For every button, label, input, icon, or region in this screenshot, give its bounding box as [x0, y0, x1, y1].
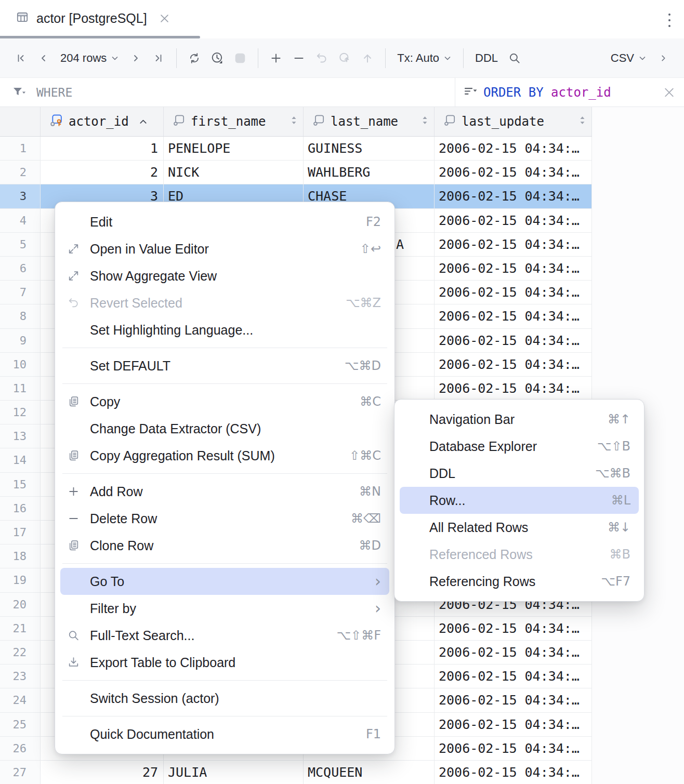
tx-mode-dropdown[interactable]: Tx: Auto	[392, 47, 457, 70]
row-number[interactable]: 7	[0, 281, 41, 304]
cell-first-name[interactable]: NICK	[164, 161, 304, 184]
cell-last-update[interactable]: 2006-02-15 04:34:…	[435, 329, 592, 353]
order-by-expression[interactable]: ORDER BY actor_id	[483, 85, 611, 100]
row-number[interactable]: 22	[0, 641, 41, 665]
cell-last-update[interactable]: 2006-02-15 04:34:…	[435, 353, 592, 377]
cell-last-update[interactable]: 2006-02-15 04:34:…	[435, 304, 592, 328]
cell-last-update[interactable]: 2006-02-15 04:34:…	[435, 617, 592, 641]
column-header-last-name[interactable]: last_name	[304, 107, 435, 136]
cell-last-update[interactable]: 2006-02-15 04:34:…	[435, 209, 592, 233]
cell-last-update[interactable]: 2006-02-15 04:34:…	[435, 665, 592, 688]
tab-actor-postgresql[interactable]: actor [PostgreSQL]	[0, 0, 168, 36]
column-header-first-name[interactable]: first_name	[164, 107, 304, 136]
close-icon[interactable]	[665, 88, 674, 97]
row-number[interactable]: 13	[0, 424, 41, 448]
sort-asc-icon[interactable]	[138, 117, 148, 127]
sort-updown-icon[interactable]	[578, 114, 586, 129]
menu-item-copy[interactable]: Copy⌘C	[60, 388, 389, 415]
cell-last-name[interactable]: MCQUEEN	[304, 761, 435, 784]
cell-last-update[interactable]: 2006-02-15 04:34:…	[435, 257, 592, 281]
menu-item-show-aggregate-view[interactable]: Show Aggregate View	[60, 262, 389, 289]
cell-last-update[interactable]: 2006-02-15 04:34:…	[435, 377, 592, 401]
menu-item-change-data-extractor-csv[interactable]: Change Data Extractor (CSV)	[60, 415, 389, 442]
cell-last-name[interactable]: WAHLBERG	[304, 161, 435, 184]
menu-item-edit[interactable]: EditF2	[60, 208, 389, 235]
menu-item-referencing-rows[interactable]: Referencing Rows⌥F7	[400, 568, 639, 595]
menu-item-copy-aggregation-result-sum[interactable]: Copy Aggregation Result (SUM)⇧⌘C	[60, 442, 389, 469]
menu-item-delete-row[interactable]: Delete Row⌘⌫	[60, 505, 389, 532]
column-header-actor-id[interactable]: actor_id	[41, 107, 164, 136]
row-number[interactable]: 10	[0, 353, 41, 377]
menu-item-ddl[interactable]: DDL⌥⌘B	[400, 460, 639, 487]
query-history-icon[interactable]	[206, 47, 229, 70]
cell-first-name[interactable]: PENELOPE	[164, 137, 304, 161]
row-number[interactable]: 6	[0, 257, 41, 281]
sort-updown-icon[interactable]	[421, 114, 429, 129]
row-number[interactable]: 27	[0, 761, 41, 784]
more-toolbar-chevron-icon[interactable]	[652, 47, 675, 70]
ddl-button[interactable]: DDL	[470, 51, 503, 65]
menu-item-database-explorer[interactable]: Database Explorer⌥⇧B	[400, 433, 639, 460]
cell-last-update[interactable]: 2006-02-15 04:34:…	[435, 161, 592, 184]
cell-actor-id[interactable]: 2	[41, 161, 164, 184]
menu-item-full-text-search[interactable]: Full-Text Search...⌥⇧⌘F	[60, 622, 389, 649]
order-by-area[interactable]: ORDER BY actor_id	[464, 78, 611, 107]
row-number[interactable]: 3	[0, 184, 41, 208]
row-number[interactable]: 12	[0, 401, 41, 424]
cell-last-update[interactable]: 2006-02-15 04:34:…	[435, 137, 592, 161]
row-number[interactable]: 2	[0, 161, 41, 184]
cell-last-update[interactable]: 2006-02-15 04:34:…	[435, 281, 592, 304]
menu-item-switch-session-actor[interactable]: Switch Session (actor)	[60, 685, 389, 712]
menu-item-quick-documentation[interactable]: Quick DocumentationF1	[60, 721, 389, 748]
sort-updown-icon[interactable]	[290, 114, 298, 129]
row-number[interactable]: 11	[0, 377, 41, 401]
menu-item-set-highlighting-language[interactable]: Set Highlighting Language...	[60, 316, 389, 343]
kebab-menu-icon[interactable]	[667, 12, 672, 30]
row-number[interactable]: 18	[0, 544, 41, 568]
menu-item-set-default[interactable]: Set DEFAULT⌥⌘D	[60, 352, 389, 379]
row-number[interactable]: 23	[0, 665, 41, 688]
row-number[interactable]: 19	[0, 568, 41, 592]
row-number[interactable]: 26	[0, 737, 41, 761]
extractor-dropdown[interactable]: CSV	[606, 47, 652, 70]
previous-page-button[interactable]	[32, 47, 55, 70]
row-number[interactable]: 25	[0, 713, 41, 737]
next-page-button[interactable]	[124, 47, 147, 70]
cell-last-update[interactable]: 2006-02-15 04:34:…	[435, 761, 592, 784]
delete-row-icon[interactable]	[287, 47, 310, 70]
menu-item-row[interactable]: Row...⌘L	[400, 487, 639, 514]
row-number[interactable]: 24	[0, 688, 41, 712]
refresh-icon[interactable]	[183, 47, 206, 70]
menu-item-clone-row[interactable]: Clone Row⌘D	[60, 532, 389, 559]
row-number[interactable]: 21	[0, 617, 41, 641]
cell-first-name[interactable]: JULIA	[164, 761, 304, 784]
cell-last-update[interactable]: 2006-02-15 04:34:…	[435, 713, 592, 737]
menu-item-all-related-rows[interactable]: All Related Rows⌘↓	[400, 514, 639, 541]
row-number[interactable]: 16	[0, 497, 41, 521]
where-filter-input[interactable]: WHERE	[36, 86, 72, 99]
menu-item-export-table-to-clipboard[interactable]: Export Table to Clipboard	[60, 649, 389, 676]
menu-item-filter-by[interactable]: Filter by›	[60, 595, 389, 622]
row-number[interactable]: 4	[0, 209, 41, 233]
cell-last-update[interactable]: 2006-02-15 04:34:…	[435, 688, 592, 712]
row-number[interactable]: 15	[0, 473, 41, 497]
filter-funnel-icon[interactable]	[12, 87, 26, 98]
row-number[interactable]: 1	[0, 137, 41, 161]
first-page-button[interactable]	[9, 47, 32, 70]
cell-last-update[interactable]: 2006-02-15 04:34:…	[435, 184, 592, 208]
row-number[interactable]: 20	[0, 593, 41, 617]
search-icon[interactable]	[503, 47, 526, 70]
page-size-dropdown[interactable]: 204 rows	[55, 47, 124, 70]
cell-actor-id[interactable]: 1	[41, 137, 164, 161]
column-header-last-update[interactable]: last_update	[435, 107, 592, 136]
cell-last-update[interactable]: 2006-02-15 04:34:…	[435, 737, 592, 761]
cell-last-update[interactable]: 2006-02-15 04:34:…	[435, 233, 592, 257]
menu-item-navigation-bar[interactable]: Navigation Bar⌘↑	[400, 406, 639, 433]
row-number[interactable]: 14	[0, 448, 41, 472]
row-number[interactable]: 9	[0, 329, 41, 353]
menu-item-go-to[interactable]: Go To›	[60, 568, 389, 595]
menu-item-add-row[interactable]: Add Row⌘N	[60, 478, 389, 505]
row-number[interactable]: 5	[0, 233, 41, 257]
row-number[interactable]: 17	[0, 521, 41, 544]
cell-actor-id[interactable]: 27	[41, 761, 164, 784]
